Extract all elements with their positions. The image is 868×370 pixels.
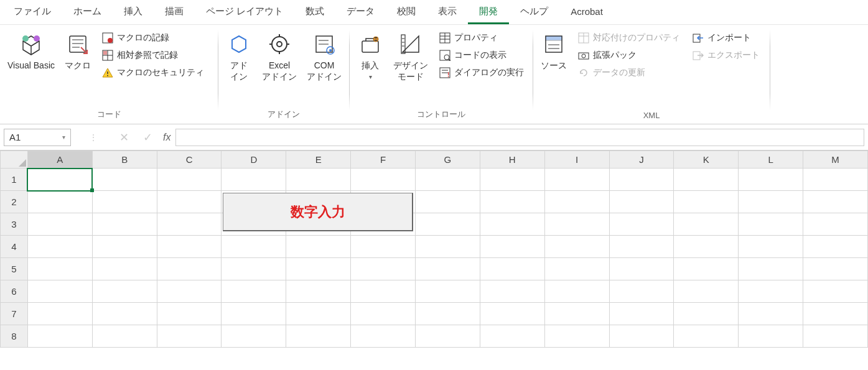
cell[interactable] (416, 325, 480, 348)
cell[interactable] (739, 325, 803, 348)
cell[interactable] (803, 303, 868, 325)
cell[interactable] (157, 280, 222, 303)
tab-view[interactable]: 表示 (427, 1, 468, 24)
cell[interactable] (27, 258, 92, 280)
cell[interactable] (674, 191, 739, 213)
select-all-corner[interactable] (1, 151, 28, 169)
macro-button[interactable]: マクロ (60, 29, 96, 73)
cell-a1[interactable] (27, 169, 92, 191)
refresh-data-button[interactable]: データの更新 (576, 66, 683, 80)
tab-help[interactable]: ヘルプ (509, 1, 559, 24)
cell[interactable] (480, 280, 544, 303)
cell[interactable] (609, 191, 674, 213)
map-properties-button[interactable]: 対応付けのプロパティ (576, 31, 683, 45)
column-header[interactable]: L (739, 151, 803, 169)
cell[interactable] (674, 258, 739, 280)
column-header[interactable]: K (674, 151, 739, 169)
cell[interactable] (674, 303, 739, 325)
tab-review[interactable]: 校閲 (386, 1, 427, 24)
cell[interactable] (416, 303, 480, 325)
cell[interactable] (222, 169, 286, 191)
column-header[interactable]: J (609, 151, 674, 169)
cell[interactable] (222, 280, 286, 303)
cell[interactable] (157, 258, 222, 280)
cell[interactable] (803, 325, 868, 348)
cell[interactable] (416, 280, 480, 303)
row-header[interactable]: 6 (1, 280, 28, 303)
relative-ref-button[interactable]: 相対参照で記録 (100, 49, 207, 62)
cell[interactable] (416, 236, 480, 258)
column-header[interactable]: E (286, 151, 351, 169)
cell[interactable] (480, 169, 544, 191)
cell[interactable] (92, 169, 157, 191)
cell[interactable] (739, 169, 803, 191)
cell[interactable] (222, 303, 286, 325)
row-header[interactable]: 7 (1, 303, 28, 325)
cell[interactable] (157, 236, 222, 258)
cell[interactable] (674, 325, 739, 348)
insert-control-button[interactable]: 挿入 ▾ (352, 29, 388, 83)
column-header[interactable]: A (27, 151, 92, 169)
fx-icon[interactable]: fx (163, 132, 170, 143)
cell[interactable] (609, 280, 674, 303)
cell[interactable] (739, 258, 803, 280)
cell[interactable] (803, 258, 868, 280)
cell[interactable] (286, 258, 351, 280)
cell[interactable] (803, 236, 868, 258)
macro-security-button[interactable]: マクロのセキュリティ (100, 66, 207, 80)
tab-developer[interactable]: 開発 (468, 1, 509, 24)
tab-page-layout[interactable]: ページ レイアウト (195, 1, 294, 24)
row-header[interactable]: 1 (1, 169, 28, 191)
cell[interactable] (803, 213, 868, 236)
run-dialog-button[interactable]: ! ダイアログの実行 (437, 66, 526, 80)
row-header[interactable]: 8 (1, 325, 28, 348)
column-header[interactable]: C (157, 151, 222, 169)
cell[interactable] (544, 236, 609, 258)
cell[interactable] (480, 236, 544, 258)
column-header[interactable]: G (416, 151, 480, 169)
cell[interactable] (286, 169, 351, 191)
column-header[interactable]: M (803, 151, 868, 169)
cell[interactable] (351, 325, 416, 348)
cell[interactable] (27, 325, 92, 348)
cell[interactable] (286, 325, 351, 348)
cell[interactable] (674, 280, 739, 303)
cell[interactable] (416, 191, 480, 213)
tab-home[interactable]: ホーム (62, 1, 113, 24)
cell[interactable] (92, 213, 157, 236)
cell[interactable] (739, 280, 803, 303)
cell[interactable] (803, 280, 868, 303)
export-button[interactable]: エクスポート (690, 49, 762, 62)
cell[interactable] (351, 169, 416, 191)
column-header[interactable]: H (480, 151, 544, 169)
column-header[interactable]: F (351, 151, 416, 169)
cell[interactable] (286, 303, 351, 325)
cell[interactable] (609, 236, 674, 258)
record-macro-button[interactable]: マクロの記録 (100, 31, 207, 45)
cell[interactable] (157, 213, 222, 236)
row-header[interactable]: 2 (1, 191, 28, 213)
cell[interactable] (27, 303, 92, 325)
tab-formulas[interactable]: 数式 (294, 1, 335, 24)
cell[interactable] (609, 303, 674, 325)
cell[interactable] (609, 325, 674, 348)
row-header[interactable]: 3 (1, 213, 28, 236)
cell[interactable] (92, 280, 157, 303)
row-header[interactable]: 4 (1, 236, 28, 258)
cell[interactable] (286, 236, 351, 258)
cell[interactable] (351, 258, 416, 280)
properties-button[interactable]: プロパティ (437, 31, 526, 45)
cancel-formula-button[interactable]: ✕ (116, 131, 132, 144)
tab-insert[interactable]: 挿入 (113, 1, 154, 24)
cell[interactable] (544, 191, 609, 213)
cell[interactable] (351, 236, 416, 258)
cell[interactable] (544, 325, 609, 348)
cell[interactable] (351, 280, 416, 303)
cell[interactable] (544, 303, 609, 325)
row-header[interactable]: 5 (1, 258, 28, 280)
cell[interactable] (286, 280, 351, 303)
tab-file[interactable]: ファイル (2, 1, 62, 24)
tab-data[interactable]: データ (335, 1, 386, 24)
cell[interactable] (92, 325, 157, 348)
cell[interactable] (222, 236, 286, 258)
